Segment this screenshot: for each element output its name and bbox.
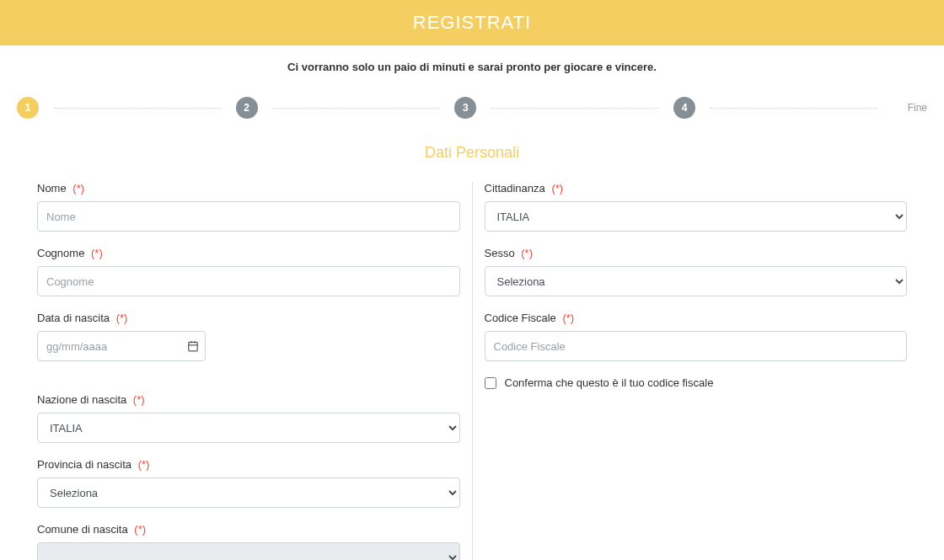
- label-cognome-text: Cognome: [37, 247, 84, 259]
- required-mark: (*): [116, 312, 128, 324]
- required-mark: (*): [134, 523, 146, 536]
- required-mark: (*): [72, 182, 84, 195]
- label-confirm-cf: Conferma che questo è il tuo codice fisc…: [505, 376, 714, 389]
- label-sesso: Sesso (*): [485, 247, 908, 259]
- label-sesso-text: Sesso: [485, 247, 515, 259]
- step-line: [491, 108, 658, 109]
- input-cognome[interactable]: [37, 266, 460, 296]
- required-mark: (*): [91, 247, 103, 259]
- required-mark: (*): [551, 182, 563, 195]
- step-3[interactable]: 3: [454, 97, 476, 119]
- field-provincia-nascita: Provincia di nascita (*) Seleziona: [37, 458, 460, 508]
- label-cittadinanza: Cittadinanza (*): [485, 182, 908, 195]
- label-nazione-nascita: Nazione di nascita (*): [37, 393, 460, 406]
- required-mark: (*): [562, 312, 574, 324]
- form-column-right: Cittadinanza (*) ITALIA Sesso (*) Selezi…: [473, 182, 920, 560]
- input-data-nascita[interactable]: [37, 331, 206, 361]
- step-1[interactable]: 1: [17, 97, 39, 119]
- select-nazione-nascita[interactable]: ITALIA: [37, 413, 460, 443]
- select-sesso[interactable]: Seleziona: [485, 266, 908, 296]
- step-4[interactable]: 4: [673, 97, 695, 119]
- field-data-nascita: Data di nascita (*): [37, 312, 460, 361]
- field-nome: Nome (*): [37, 182, 460, 232]
- required-mark: (*): [138, 458, 150, 471]
- form-column-left: Nome (*) Cognome (*) Data di nascita (*): [25, 182, 473, 560]
- label-nome-text: Nome: [37, 182, 67, 195]
- required-mark: (*): [521, 247, 533, 259]
- stepper: 1 2 3 4 Fine: [0, 88, 944, 144]
- select-comune-nascita[interactable]: [37, 542, 460, 560]
- field-codice-fiscale: Codice Fiscale (*): [485, 312, 908, 361]
- label-nazione-nascita-text: Nazione di nascita: [37, 393, 126, 406]
- field-cognome: Cognome (*): [37, 247, 460, 296]
- label-provincia-nascita-text: Provincia di nascita: [37, 458, 131, 471]
- field-nazione-nascita: Nazione di nascita (*) ITALIA: [37, 393, 460, 443]
- field-cittadinanza: Cittadinanza (*) ITALIA: [485, 182, 908, 232]
- subheader-text: Ci vorranno solo un paio di minuti e sar…: [0, 45, 944, 88]
- checkbox-confirm-cf[interactable]: [485, 377, 496, 389]
- header-title: REGISTRATI: [413, 12, 531, 33]
- label-comune-nascita: Comune di nascita (*): [37, 523, 460, 536]
- label-cittadinanza-text: Cittadinanza: [485, 182, 545, 195]
- field-sesso: Sesso (*) Seleziona: [485, 247, 908, 296]
- label-data-nascita-text: Data di nascita: [37, 312, 110, 324]
- step-line: [54, 108, 221, 109]
- label-provincia-nascita: Provincia di nascita (*): [37, 458, 460, 471]
- step-line: [711, 108, 877, 109]
- header-banner: REGISTRATI: [0, 0, 944, 45]
- field-comune-nascita: Comune di nascita (*): [37, 523, 460, 560]
- input-codice-fiscale[interactable]: [485, 331, 908, 361]
- label-nome: Nome (*): [37, 182, 460, 195]
- step-2[interactable]: 2: [236, 97, 258, 119]
- label-cognome: Cognome (*): [37, 247, 460, 259]
- input-nome[interactable]: [37, 201, 460, 232]
- confirm-cf-row: Conferma che questo è il tuo codice fisc…: [485, 376, 908, 389]
- form-container: Nome (*) Cognome (*) Data di nascita (*): [0, 182, 944, 560]
- select-cittadinanza[interactable]: ITALIA: [485, 201, 908, 232]
- label-codice-fiscale: Codice Fiscale (*): [485, 312, 908, 324]
- required-mark: (*): [133, 393, 145, 406]
- label-data-nascita: Data di nascita (*): [37, 312, 460, 324]
- select-provincia-nascita[interactable]: Seleziona: [37, 477, 460, 508]
- label-comune-nascita-text: Comune di nascita: [37, 523, 128, 536]
- label-codice-fiscale-text: Codice Fiscale: [485, 312, 556, 324]
- section-title: Dati Personali: [0, 144, 944, 162]
- step-line: [273, 108, 440, 109]
- step-end-label: Fine: [908, 102, 927, 114]
